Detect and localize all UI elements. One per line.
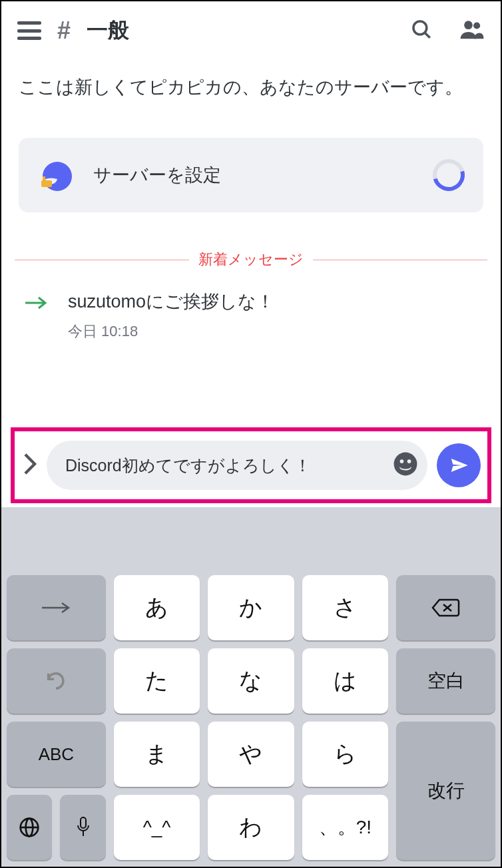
key-a[interactable]: あ <box>114 575 200 640</box>
svg-rect-17 <box>81 817 86 828</box>
channel-content: ここは新しくてピカピカの、あなたのサーバーです。 サーバーを設定 新着メッセージ… <box>1 60 501 421</box>
message-input-text: Discord初めてですがよろしく！ <box>65 453 383 477</box>
join-arrow-icon <box>24 295 48 314</box>
system-message: suzutomoにご挨拶しな！ 今日 10:18 <box>15 283 487 355</box>
key-space[interactable]: 空白 <box>396 648 495 714</box>
search-icon[interactable] <box>410 18 433 43</box>
key-ta[interactable]: た <box>114 648 200 714</box>
welcome-text: ここは新しくてピカピカの、あなたのサーバーです。 <box>15 73 487 122</box>
key-wa[interactable]: わ <box>208 795 294 860</box>
send-button[interactable] <box>437 443 481 487</box>
menu-icon[interactable] <box>17 21 41 40</box>
key-na[interactable]: な <box>208 648 294 714</box>
svg-rect-6 <box>43 176 45 182</box>
svg-point-0 <box>413 21 427 35</box>
svg-point-9 <box>400 459 404 463</box>
svg-point-8 <box>394 453 417 476</box>
keyboard-suggestion-bar[interactable] <box>7 515 495 567</box>
hash-icon: # <box>57 17 71 45</box>
svg-point-2 <box>464 21 473 29</box>
key-next[interactable] <box>7 575 106 640</box>
svg-line-1 <box>425 33 430 38</box>
system-message-text: suzutomoにご挨拶しな！ <box>68 290 274 314</box>
key-ya[interactable]: や <box>208 722 294 787</box>
new-messages-divider: 新着メッセージ <box>15 250 487 270</box>
keyboard: あ か さ た な は 空白 ABC ま や ら 改行 ^_^ わ 、。?! <box>1 507 501 867</box>
key-ka[interactable]: か <box>208 575 294 640</box>
key-ma[interactable]: ま <box>114 722 200 787</box>
key-mic[interactable] <box>60 795 105 860</box>
svg-point-10 <box>407 459 411 463</box>
key-undo[interactable] <box>7 648 106 714</box>
key-globe[interactable] <box>7 795 52 860</box>
members-icon[interactable] <box>459 18 485 43</box>
key-return[interactable]: 改行 <box>396 722 495 860</box>
key-punct[interactable]: 、。?! <box>302 795 388 860</box>
emoji-icon[interactable] <box>393 451 418 479</box>
key-ha[interactable]: は <box>302 648 388 714</box>
channel-header: # 一般 <box>1 1 501 60</box>
key-backspace[interactable] <box>396 575 495 640</box>
new-messages-label: 新着メッセージ <box>198 250 304 270</box>
loading-spinner-icon <box>427 153 471 197</box>
setup-server-card[interactable]: サーバーを設定 <box>19 138 483 212</box>
key-ra[interactable]: ら <box>302 722 388 787</box>
key-sa[interactable]: さ <box>302 575 388 640</box>
key-kaomoji[interactable]: ^_^ <box>114 795 200 860</box>
composer-highlight: Discord初めてですがよろしく！ <box>11 427 491 503</box>
system-message-time: 今日 10:18 <box>68 322 274 341</box>
setup-server-label: サーバーを設定 <box>93 163 414 187</box>
message-input[interactable]: Discord初めてですがよろしく！ <box>47 441 427 490</box>
channel-name: 一般 <box>87 16 394 45</box>
key-abc[interactable]: ABC <box>7 722 106 787</box>
svg-point-3 <box>473 22 480 29</box>
expand-composer-icon[interactable] <box>19 453 41 478</box>
server-icon <box>37 156 75 194</box>
